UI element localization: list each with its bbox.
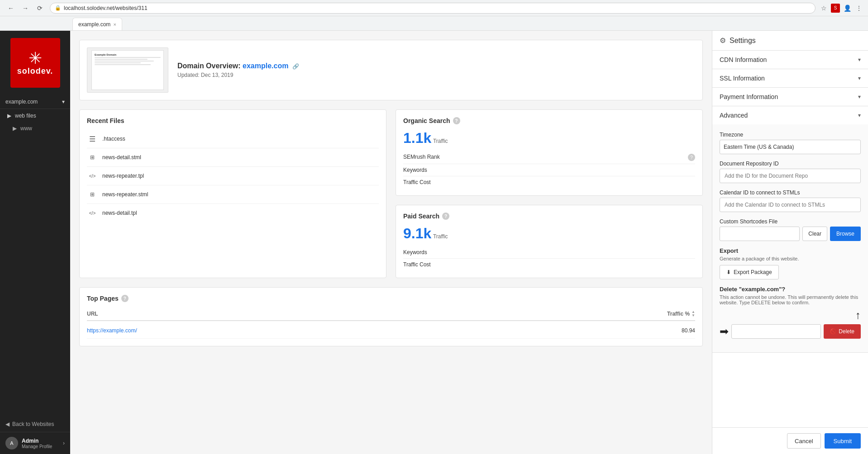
sidebar-item-label: web files	[15, 113, 36, 119]
top-pages-label: Top Pages	[87, 295, 119, 302]
cdn-accordion-header[interactable]: CDN Information ▾	[712, 51, 868, 69]
sidebar-sub-label: www	[20, 125, 32, 132]
doc-repo-label: Document Repository ID	[720, 161, 861, 167]
payment-label: Payment Information	[720, 93, 778, 100]
settings-footer: Cancel Submit	[712, 427, 868, 454]
search-column: Organic Search ? 1.1k Traffic SEMrush Ra…	[396, 109, 703, 278]
tab-close-button[interactable]: ×	[113, 22, 116, 27]
preview-line-4	[95, 62, 141, 63]
organic-traffic-value: 1.1k	[403, 130, 431, 146]
user-name: Admin	[22, 438, 59, 444]
file-name: news-detail.stml	[102, 154, 141, 161]
file-name: .htaccess	[102, 136, 125, 142]
paid-traffic-cost-row: Traffic Cost	[403, 259, 695, 270]
advanced-accordion-header[interactable]: Advanced ▾	[712, 106, 868, 124]
payment-accordion-header[interactable]: Payment Information ▾	[712, 88, 868, 106]
export-section: Export Generate a package of this websit…	[720, 247, 861, 279]
timezone-select[interactable]: Eastern Time (US & Canada)	[720, 140, 861, 154]
cancel-button[interactable]: Cancel	[787, 433, 820, 449]
domain-title: Domain Overview: example.com 🔗	[177, 62, 299, 70]
doc-repo-input[interactable]	[720, 169, 861, 183]
clear-button[interactable]: Clear	[802, 227, 827, 241]
logo-star-icon: ✳	[29, 50, 42, 66]
sidebar-nav: ▶ web files ▶ www	[0, 109, 70, 416]
traffic-cost-label: Traffic Cost	[403, 179, 431, 185]
cdn-label: CDN Information	[720, 56, 767, 63]
calendar-input[interactable]	[720, 198, 861, 212]
row-url[interactable]: https://example.com/	[87, 327, 137, 334]
domain-preview: Example Domain	[87, 47, 168, 93]
accordion-cdn: CDN Information ▾	[712, 51, 868, 69]
organic-help-icon[interactable]: ?	[453, 117, 460, 124]
user-info: Admin Manage Profile	[22, 438, 59, 449]
organic-label: Organic Search	[403, 117, 450, 124]
paid-traffic-value: 9.1k	[403, 225, 431, 241]
delete-section: Delete "example.com"? This action cannot…	[720, 286, 861, 339]
file-icon-stml: ⊞	[87, 152, 98, 163]
paid-help-icon[interactable]: ?	[442, 213, 449, 220]
sidebar-site-selector[interactable]: example.com ▾	[0, 95, 70, 109]
shortcodes-input[interactable]	[720, 227, 800, 241]
paid-traffic-cost-label: Traffic Cost	[403, 261, 431, 268]
delete-desc: This action cannot be undone. This will …	[720, 294, 861, 305]
tab-bar: example.com ×	[0, 16, 868, 31]
table-row[interactable]: https://example.com/ 80.94	[87, 323, 695, 339]
main-content: Example Domain Domain Overview: example.…	[70, 31, 712, 454]
domain-info: Domain Overview: example.com 🔗 Updated: …	[177, 62, 299, 78]
domain-overview: Example Domain Domain Overview: example.…	[79, 40, 703, 100]
account-icon[interactable]: 👤	[843, 4, 852, 13]
browse-button[interactable]: Browse	[830, 227, 861, 241]
ssl-label: SSL Information	[720, 75, 765, 82]
external-link-icon[interactable]: 🔗	[292, 63, 299, 70]
browser-nav: ← → ⟳	[5, 2, 46, 14]
sort-down-icon: ▼	[692, 314, 695, 317]
delete-confirm-input[interactable]: DELETE	[731, 324, 821, 339]
list-item[interactable]: </> news-repeater.tpl	[87, 167, 379, 185]
settings-panel: ⚙ Settings CDN Information ▾ SSL Informa…	[712, 31, 868, 454]
tab-example[interactable]: example.com ×	[72, 18, 122, 30]
back-button[interactable]: ←	[5, 2, 17, 14]
back-to-websites-link[interactable]: ◀ Back to Websites	[0, 416, 70, 432]
sidebar-item-web-files[interactable]: ▶ web files	[0, 109, 70, 123]
export-package-button[interactable]: ⬇ Export Package	[720, 265, 779, 279]
forward-button[interactable]: →	[19, 2, 32, 14]
extension-icon[interactable]: S	[831, 4, 840, 13]
logo-area: ✳ solodev.	[0, 31, 70, 95]
list-item[interactable]: ☰ .htaccess	[87, 130, 379, 148]
sidebar-footer[interactable]: A Admin Manage Profile ›	[0, 432, 70, 454]
address-bar[interactable]: 🔒 localhost.solodev.net/websites/311	[50, 3, 816, 14]
submit-button[interactable]: Submit	[825, 433, 861, 449]
list-item[interactable]: ⊞ news-repeater.stml	[87, 185, 379, 204]
chevron-down-icon: ▾	[62, 99, 65, 105]
content-grid: Recent Files ☰ .htaccess ⊞ news-detail.s…	[79, 109, 703, 278]
sort-arrows[interactable]: ▲ ▼	[692, 310, 695, 317]
triangle-right-icon: ▶	[7, 113, 11, 119]
list-item[interactable]: ⊞ news-detail.stml	[87, 148, 379, 167]
advanced-body: Timezone Eastern Time (US & Canada) Docu…	[712, 124, 868, 352]
top-pages-help-icon[interactable]: ?	[121, 295, 129, 302]
preview-title: Example Domain	[95, 53, 161, 56]
paid-traffic: 9.1k Traffic	[403, 225, 695, 242]
back-link-label: Back to Websites	[12, 421, 54, 427]
list-item[interactable]: </> news-detail.tpl	[87, 204, 379, 222]
file-icon-tpl2: </>	[87, 208, 98, 218]
ssl-accordion-header[interactable]: SSL Information ▾	[712, 69, 868, 87]
triangle-right-icon: ▶	[13, 125, 17, 132]
semrush-help-icon[interactable]: ?	[688, 154, 695, 161]
recent-files-card: Recent Files ☰ .htaccess ⊞ news-detail.s…	[79, 109, 386, 278]
advanced-chevron-icon: ▾	[858, 112, 861, 118]
menu-icon[interactable]: ⋮	[854, 4, 863, 13]
paid-keywords-label: Keywords	[403, 249, 427, 255]
table-header: URL Traffic % ▲ ▼	[87, 307, 695, 321]
star-icon[interactable]: ☆	[819, 4, 828, 13]
domain-link[interactable]: example.com	[243, 62, 288, 70]
keywords-row: Keywords	[403, 164, 695, 176]
col-url-header: URL	[87, 311, 98, 317]
avatar: A	[5, 437, 18, 449]
sidebar-item-www[interactable]: ▶ www	[0, 123, 70, 134]
delete-button[interactable]: 🚫 Delete	[824, 324, 861, 339]
paid-search-card: Paid Search ? 9.1k Traffic Keywords Traf…	[396, 205, 703, 278]
reload-button[interactable]: ⟳	[33, 2, 46, 14]
delete-title: Delete "example.com"?	[720, 286, 861, 293]
delete-input-group: ➡ DELETE 🚫 Delete	[720, 324, 861, 339]
